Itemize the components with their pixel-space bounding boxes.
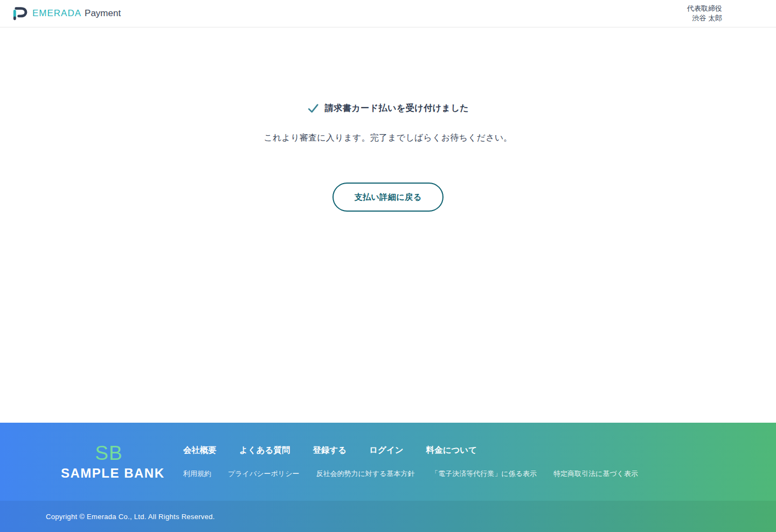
logo-product: Payment (85, 8, 121, 19)
header: EMERADA Payment 代表取締役 渋谷 太郎 (0, 0, 776, 27)
footer-link-pricing[interactable]: 料金について (426, 445, 477, 456)
footer-links: 会社概要 よくある質問 登録する ログイン 料金について 利用規約 プライバシー… (183, 445, 638, 479)
subtitle: これより審査に入ります。完了までしばらくお待ちください。 (0, 132, 776, 144)
footer-link-antisocial-policy[interactable]: 反社会的勢力に対する基本方針 (316, 469, 414, 479)
footer-link-terms[interactable]: 利用規約 (183, 469, 211, 479)
footer-copyright-bar: Copyright © Emerada Co., Ltd. All Rights… (0, 501, 776, 532)
emerada-logo[interactable]: EMERADA Payment (11, 5, 121, 22)
main-content: 請求書カード払いを受け付けました これより審査に入ります。完了までしばらくお待ち… (0, 27, 776, 423)
logo-brand: EMERADA (32, 8, 81, 19)
emerada-p-logo-icon (11, 5, 28, 22)
user-name: 渋谷 太郎 (687, 13, 722, 23)
sample-bank-logo: SB SAMPLE BANK (61, 443, 157, 481)
footer-link-faq[interactable]: よくある質問 (239, 445, 290, 456)
user-role: 代表取締役 (687, 4, 722, 13)
footer-primary-links-row: 会社概要 よくある質問 登録する ログイン 料金について (183, 445, 638, 456)
footer-secondary-links-row: 利用規約 プライバシーポリシー 反社会的勢力に対する基本方針 「電子決済等代行業… (183, 469, 638, 479)
footer-link-commercial-transactions[interactable]: 特定商取引法に基づく表示 (553, 469, 638, 479)
back-to-payment-details-button[interactable]: 支払い詳細に戻る (332, 183, 443, 212)
bank-name: SAMPLE BANK (61, 466, 157, 481)
logo-text: EMERADA Payment (32, 8, 121, 19)
footer-main: SB SAMPLE BANK 会社概要 よくある質問 登録する ログイン 料金に… (0, 423, 776, 501)
footer-link-register[interactable]: 登録する (313, 445, 347, 456)
success-title: 請求書カード払いを受け付けました (325, 103, 469, 114)
footer: SB SAMPLE BANK 会社概要 よくある質問 登録する ログイン 料金に… (0, 423, 776, 532)
footer-link-privacy-policy[interactable]: プライバシーポリシー (228, 469, 299, 479)
user-info: 代表取締役 渋谷 太郎 (687, 4, 722, 23)
bank-initials: SB (61, 443, 157, 464)
footer-link-company-overview[interactable]: 会社概要 (183, 445, 217, 456)
check-icon (307, 102, 319, 114)
footer-link-electronic-payment-notice[interactable]: 「電子決済等代行業」に係る表示 (431, 469, 537, 479)
footer-link-login[interactable]: ログイン (369, 445, 403, 456)
copyright-text: Copyright © Emerada Co., Ltd. All Rights… (46, 513, 215, 521)
success-message-row: 請求書カード払いを受け付けました (0, 102, 776, 114)
